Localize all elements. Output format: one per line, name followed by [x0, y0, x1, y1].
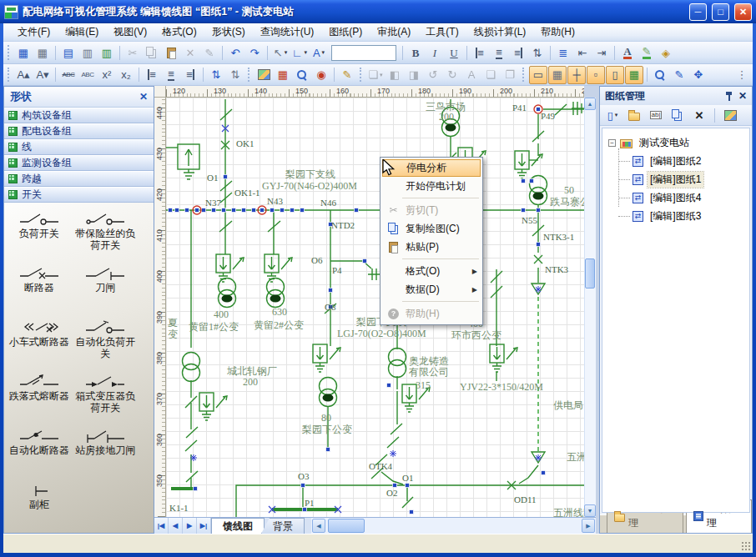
close-button[interactable]: ✕	[734, 3, 752, 21]
new-drawing-icon[interactable]: ▦	[14, 44, 33, 62]
open-folder-icon[interactable]	[625, 107, 643, 124]
subscript-icon[interactable]: x₂	[117, 66, 135, 83]
vertical-scroll-thumb[interactable]	[585, 258, 595, 289]
tree-item[interactable]: ⇄[编辑]图纸3	[602, 207, 749, 225]
selection-handle[interactable]	[202, 208, 206, 213]
font-name-combo[interactable]	[331, 45, 396, 61]
drawing-window-icon[interactable]	[721, 107, 739, 124]
selection-handle[interactable]	[393, 484, 397, 488]
fill-color-icon[interactable]: ◈	[657, 44, 675, 62]
resize-grip[interactable]	[741, 541, 751, 551]
selection-handle[interactable]	[537, 108, 541, 112]
shapes-group-跨越[interactable]: 跨越	[4, 171, 154, 187]
tree-item-label[interactable]: [编辑]图纸3	[648, 208, 703, 224]
tree-item[interactable]: ⇄[编辑]图纸1	[602, 170, 749, 188]
ruler-toggle-icon[interactable]: ▭	[529, 66, 547, 84]
query-document-icon[interactable]	[293, 66, 311, 83]
format-painter-icon[interactable]: ✎	[200, 44, 219, 62]
shape-box-transformer-load-switch[interactable]: 箱式变压器负荷开关	[73, 374, 139, 419]
seal-icon[interactable]: ◉	[312, 66, 330, 83]
pan-tool-icon[interactable]: ✥	[689, 66, 708, 83]
paragraph-space-increase-icon[interactable]: ⇅	[207, 66, 225, 83]
selection-handle[interactable]	[260, 208, 265, 213]
paragraph-space-decrease-icon[interactable]: ⇅	[226, 66, 244, 83]
toolbar-grip[interactable]	[522, 68, 526, 82]
tree-expand-icon[interactable]: −	[608, 139, 616, 147]
selection-handle[interactable]	[212, 208, 216, 213]
menu-item[interactable]: 视图(V)	[106, 23, 154, 42]
selection-handle[interactable]	[252, 208, 256, 213]
redo-icon[interactable]: ↷	[245, 44, 264, 62]
drawing-explorer-toggle-icon[interactable]: ▦	[625, 66, 643, 84]
selection-handle[interactable]	[537, 208, 541, 213]
selection-handle[interactable]	[195, 208, 199, 213]
strikethrough-icon[interactable]: ABC	[59, 66, 78, 83]
context-menu-item[interactable]: ?帮助(H)	[382, 304, 481, 323]
shape-auto-breaker[interactable]: 自动化断路器	[6, 428, 73, 474]
decrease-indent-icon[interactable]: ⇤	[573, 44, 592, 62]
underline-icon[interactable]: U	[445, 44, 463, 62]
guides-toggle-icon[interactable]: ┼	[567, 66, 586, 84]
rename-icon[interactable]: ab|	[647, 107, 665, 124]
delete-icon[interactable]: ✕	[181, 44, 199, 62]
selection-handle[interactable]	[522, 208, 526, 213]
selection-handle[interactable]	[410, 510, 414, 514]
selection-handle[interactable]	[270, 208, 275, 213]
send-to-back-icon[interactable]: ❐	[501, 66, 519, 83]
dropdown-arrow-icon[interactable]: ▾	[305, 49, 308, 56]
page-nav-icon[interactable]: |◀	[154, 518, 169, 534]
selection-handle[interactable]	[542, 471, 546, 475]
shape-knife-switch[interactable]: 刀闸	[73, 265, 139, 311]
undo-icon[interactable]: ↶	[226, 44, 244, 62]
shape-station-ground-knife[interactable]: 站房接地刀闸	[73, 428, 139, 474]
selection-handle[interactable]	[329, 289, 333, 293]
close-icon[interactable]: ✕	[139, 91, 148, 103]
drawing-canvas[interactable]: 三鸟市场200P41P49梨园下支线GYJ-70(N46-O2)400MOK1O…	[166, 98, 584, 517]
menu-item[interactable]: 形状(S)	[204, 23, 253, 42]
menu-item[interactable]: 图纸(P)	[321, 23, 370, 42]
dropdown-arrow-icon[interactable]: ▾	[285, 49, 288, 56]
position-icon[interactable]: ❏▾	[366, 66, 385, 83]
new-drawing-icon[interactable]: ▯▾	[603, 107, 622, 124]
context-menu-item[interactable]: ✂剪切(T)	[382, 201, 481, 219]
shape-load-switch[interactable]: 负荷开关	[6, 211, 73, 257]
selection-handle[interactable]	[222, 208, 226, 213]
shapes-group-构筑设备组[interactable]: 构筑设备组	[4, 108, 154, 123]
minimize-button[interactable]: ─	[689, 3, 707, 21]
shapes-group-开关[interactable]: 开关	[4, 187, 154, 203]
maximize-button[interactable]: □	[712, 3, 729, 21]
grid-toggle-icon[interactable]: ▦	[548, 66, 567, 84]
shapes-group-线[interactable]: 线	[4, 139, 154, 155]
menu-item[interactable]: 文件(F)	[10, 23, 58, 42]
toolbar-grip[interactable]	[248, 68, 251, 82]
save-icon[interactable]: ▤	[59, 44, 78, 62]
scroll-down-icon[interactable]: ▼	[584, 504, 596, 517]
toolbar-grip[interactable]	[360, 68, 363, 82]
rotate-right-icon[interactable]: ↻	[443, 66, 461, 83]
tree-item-label[interactable]: [编辑]图纸2	[648, 153, 703, 169]
line-spacing-bottom-icon[interactable]: ≡	[143, 66, 161, 83]
italic-icon[interactable]: I	[426, 44, 444, 62]
context-menu-item[interactable]: 复制绘图(C)	[382, 219, 481, 238]
page-tab-背景[interactable]: 背景	[261, 518, 305, 534]
shape-trolley-breaker[interactable]: 小车式断路器	[6, 319, 73, 365]
context-menu-item[interactable]: 数据(D)▶	[382, 280, 481, 299]
selection-handle[interactable]	[242, 208, 246, 213]
scroll-right-icon[interactable]: ▶	[582, 519, 595, 533]
pointer-tool-icon[interactable]: ↖▾	[271, 44, 290, 62]
menu-item[interactable]: 编辑(E)	[58, 23, 106, 42]
text-tool-icon[interactable]: A▾	[310, 44, 328, 62]
page-tab-馈线图[interactable]: 馈线图	[211, 518, 265, 534]
shape-aux-cabinet[interactable]: 副柜	[6, 482, 73, 528]
selection-handle[interactable]	[303, 508, 307, 512]
tree-item[interactable]: ⇄[编辑]图纸4	[602, 188, 749, 207]
selection-handle[interactable]	[522, 179, 526, 183]
selection-handle[interactable]	[355, 208, 359, 213]
tree-item[interactable]: ⇄[编辑]图纸2	[602, 152, 749, 170]
print-icon[interactable]: ▥	[98, 44, 116, 62]
selection-handle[interactable]	[530, 179, 534, 183]
horizontal-scroll-thumb[interactable]	[328, 519, 365, 533]
tree-root[interactable]: −测试变电站	[602, 133, 749, 152]
copy-icon[interactable]	[143, 44, 161, 62]
properties-icon[interactable]: ✎	[670, 66, 688, 83]
